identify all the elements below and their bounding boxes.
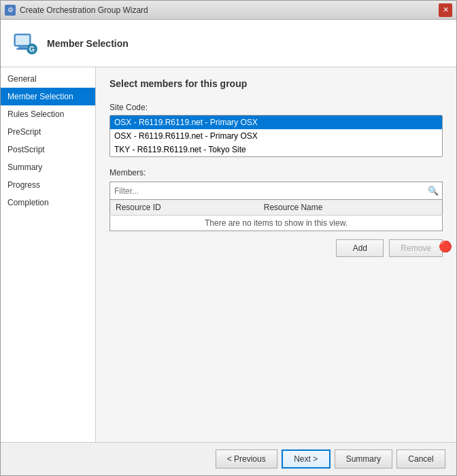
wizard-window: ⚙ Create Orchestration Group Wizard ✕ G … — [0, 0, 457, 476]
sidebar-item-rules-selection[interactable]: Rules Selection — [1, 105, 95, 123]
col-resource-id: Resource ID — [110, 200, 258, 216]
sidebar-item-completion[interactable]: Completion — [1, 194, 95, 211]
members-table-container: Resource ID Resource Name There are no i… — [109, 199, 443, 231]
footer: < Previous Next > Summary Cancel — [1, 442, 456, 475]
site-option-2: OSX - R6119.R6119.net - Primary OSX — [110, 129, 442, 143]
window-title: Create Orchestration Group Wizard — [20, 5, 148, 15]
site-code-select[interactable]: OSX - R6119.R6119.net - Primary OSX OSX … — [109, 115, 443, 157]
members-table: Resource ID Resource Name There are no i… — [109, 199, 443, 231]
cancel-button[interactable]: Cancel — [396, 449, 445, 469]
sidebar-item-progress[interactable]: Progress — [1, 176, 95, 194]
header-area: G Member Selection — [1, 20, 456, 67]
summary-button[interactable]: Summary — [335, 449, 392, 469]
sidebar-item-general[interactable]: General — [1, 70, 95, 88]
header-title: Member Selection — [47, 38, 129, 49]
main-title: Select members for this group — [109, 78, 443, 89]
sidebar: General Member Selection Rules Selection… — [1, 67, 96, 442]
next-button[interactable]: Next > — [282, 449, 331, 469]
members-label: Members: — [109, 168, 443, 177]
member-btn-row: Add Remove — [109, 239, 443, 257]
empty-message: There are no items to show in this view. — [110, 216, 443, 231]
sidebar-item-postscript[interactable]: PostScript — [1, 141, 95, 158]
error-icon: 🔴 — [439, 240, 452, 253]
sidebar-item-member-selection[interactable]: Member Selection — [1, 88, 95, 105]
svg-rect-1 — [16, 35, 29, 45]
header-computer-icon: G — [12, 30, 39, 57]
search-icon: 🔍 — [428, 186, 439, 196]
add-button[interactable]: Add — [336, 239, 384, 257]
site-code-label: Site Code: — [109, 103, 443, 112]
sidebar-item-summary[interactable]: Summary — [1, 158, 95, 176]
site-code-group: Site Code: OSX - R6119.R6119.net - Prima… — [109, 103, 443, 157]
col-resource-name: Resource Name — [258, 200, 443, 216]
table-empty-row: There are no items to show in this view. — [110, 216, 443, 231]
svg-rect-2 — [18, 46, 27, 48]
svg-text:G: G — [29, 46, 35, 53]
title-bar-left: ⚙ Create Orchestration Group Wizard — [5, 5, 148, 16]
site-option-3: TKY - R6119.R6119.net - Tokyo Site — [110, 143, 442, 156]
remove-button[interactable]: Remove — [389, 239, 443, 257]
window-icon: ⚙ — [5, 5, 16, 16]
sidebar-item-prescript[interactable]: PreScript — [1, 123, 95, 141]
close-button[interactable]: ✕ — [439, 3, 452, 17]
site-option-1: OSX - R6119.R6119.net - Primary OSX — [110, 116, 442, 129]
main-panel: Select members for this group Site Code:… — [96, 67, 456, 442]
filter-input[interactable] — [109, 182, 443, 199]
previous-button[interactable]: < Previous — [216, 449, 277, 469]
title-bar: ⚙ Create Orchestration Group Wizard ✕ — [1, 1, 456, 20]
filter-box: 🔍 — [109, 182, 443, 199]
members-section: Members: 🔍 Resource ID Resource Name — [109, 168, 443, 257]
content-area: General Member Selection Rules Selection… — [1, 67, 456, 442]
